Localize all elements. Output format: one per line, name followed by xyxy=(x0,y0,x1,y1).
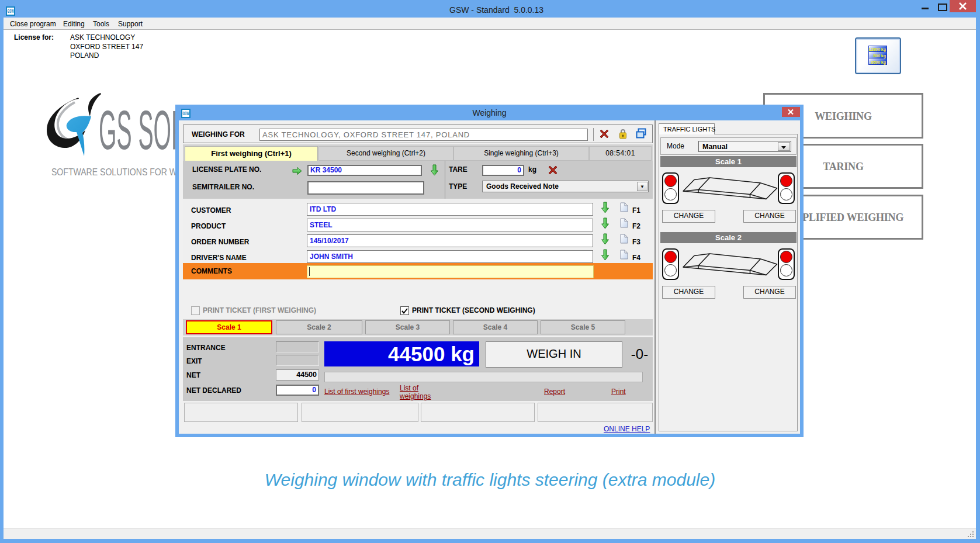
svg-text:GSW: GSW xyxy=(8,8,15,14)
svg-text:GS SOF: GS SOF xyxy=(99,99,185,161)
svg-text:9500 kg: 9500 kg xyxy=(871,60,886,65)
svg-text:SOFTWARE SOLUTIONS FOR W: SOFTWARE SOLUTIONS FOR W xyxy=(51,167,177,177)
svg-text:12800 kg: 12800 kg xyxy=(868,47,886,52)
svg-text:800 kg: 800 kg xyxy=(873,54,886,58)
